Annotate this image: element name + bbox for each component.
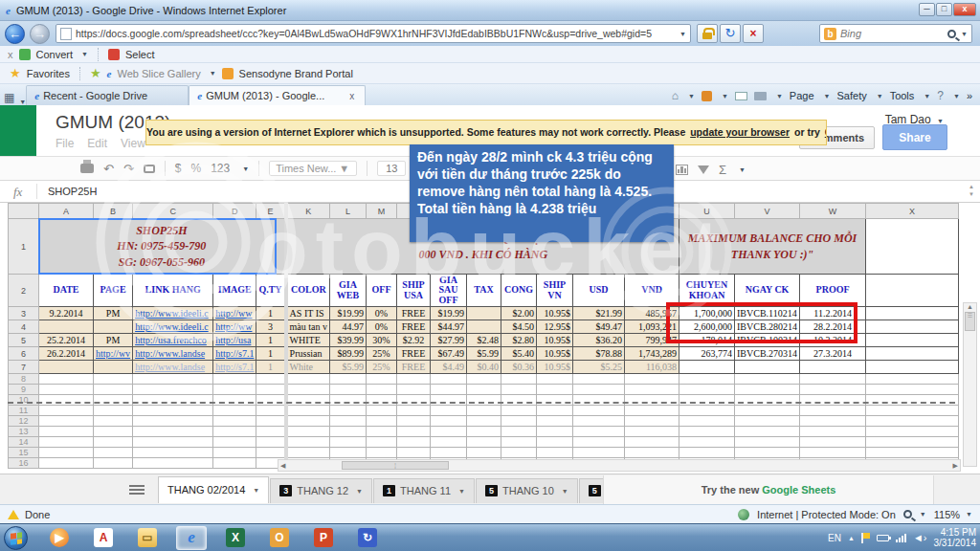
convert-button[interactable]: Convert	[36, 49, 74, 60]
field-header[interactable]: CONG	[501, 275, 537, 307]
taskbar-internet-explorer[interactable]: e	[176, 526, 207, 550]
cell[interactable]	[866, 307, 959, 320]
cell[interactable]	[467, 416, 501, 427]
hidden-icons-icon[interactable]: ▲	[848, 535, 855, 541]
cell[interactable]	[866, 374, 959, 385]
cell[interactable]	[431, 437, 467, 448]
search-dropdown-icon[interactable]: ▼	[961, 31, 968, 37]
search-icon[interactable]	[947, 30, 956, 38]
cell[interactable]	[94, 437, 133, 448]
cell[interactable]: 25%	[367, 361, 397, 374]
cell[interactable]	[467, 320, 501, 334]
taskbar-file-explorer[interactable]: ▭	[132, 526, 163, 550]
field-header[interactable]: COLOR	[286, 275, 330, 307]
cell[interactable]	[501, 406, 537, 416]
cell[interactable]	[94, 361, 133, 374]
cell[interactable]	[286, 437, 330, 448]
cell[interactable]	[94, 416, 133, 427]
taskbar-pdf-reader[interactable]: A	[88, 526, 119, 550]
cell[interactable]	[133, 427, 213, 437]
cell[interactable]	[39, 437, 94, 448]
paint-format-icon[interactable]	[144, 165, 155, 173]
cell[interactable]	[397, 406, 431, 416]
print-icon[interactable]	[754, 92, 767, 100]
cell[interactable]	[213, 374, 256, 385]
cell[interactable]	[625, 385, 679, 395]
cell[interactable]: $2.48	[467, 334, 501, 347]
cell[interactable]	[286, 448, 330, 458]
update-browser-link[interactable]: update your browser	[690, 126, 790, 138]
cell[interactable]	[679, 385, 735, 395]
cell[interactable]	[256, 385, 286, 395]
cell[interactable]	[501, 427, 537, 437]
cell[interactable]: $19.99	[431, 307, 467, 320]
cell[interactable]	[256, 437, 286, 448]
cell[interactable]: PM	[94, 334, 133, 347]
cell[interactable]	[866, 448, 959, 458]
cell[interactable]	[573, 385, 625, 395]
cell[interactable]: http://usa.frenchco	[133, 334, 213, 347]
cell[interactable]: 44.97	[330, 320, 367, 334]
sheet-tab-thang-02-2014[interactable]: THANG 02/2014▼	[158, 476, 269, 503]
cell[interactable]	[256, 406, 286, 416]
cell[interactable]: $4.50	[501, 320, 537, 334]
cell[interactable]	[397, 385, 431, 395]
column-header-D[interactable]: D	[213, 204, 256, 219]
cell[interactable]: $5.99	[467, 347, 501, 361]
sheet-tab-thang-12[interactable]: 3THANG 12▼	[270, 478, 372, 503]
field-header[interactable]: TAX	[467, 275, 501, 307]
cell[interactable]: IBVCB.280214	[735, 320, 800, 334]
column-header-K[interactable]: K	[286, 204, 330, 219]
cell[interactable]: 26.2.2014	[39, 347, 94, 361]
cell[interactable]	[866, 275, 959, 307]
cell[interactable]	[625, 437, 679, 448]
cell[interactable]	[573, 416, 625, 427]
cell[interactable]	[330, 416, 367, 427]
cell[interactable]: 2,600,000	[679, 320, 735, 334]
cell[interactable]	[573, 406, 625, 416]
vertical-scrollbar[interactable]: ▲☰	[963, 302, 977, 467]
cell[interactable]: 25.2.2014	[39, 334, 94, 347]
row-number[interactable]: 3	[9, 307, 39, 320]
cell[interactable]	[94, 458, 133, 469]
cell[interactable]: AS IT IS	[286, 307, 330, 320]
column-header-B[interactable]: B	[94, 204, 133, 219]
cell[interactable]	[39, 374, 94, 385]
field-header[interactable]: SHIP VN	[537, 275, 573, 307]
font-size-select[interactable]: 13	[377, 161, 406, 176]
row-number[interactable]: 16	[9, 458, 39, 469]
cell[interactable]	[213, 416, 256, 427]
cell[interactable]: http://www.ideeli.c	[133, 307, 213, 320]
cell[interactable]: màu tan v	[286, 320, 330, 334]
cell[interactable]	[866, 334, 959, 347]
cell[interactable]: 25%	[367, 347, 397, 361]
cell[interactable]	[330, 437, 367, 448]
cell[interactable]	[866, 427, 959, 437]
cell[interactable]	[467, 406, 501, 416]
cell[interactable]	[679, 448, 735, 458]
print-tool-icon[interactable]	[80, 164, 94, 173]
cell[interactable]	[866, 416, 959, 427]
cell-shop-info[interactable]: SHOP25HHN: 0975-459-790SG: 0967-055-960	[39, 219, 286, 275]
cell[interactable]	[800, 385, 866, 395]
cell[interactable]	[537, 406, 573, 416]
row-number[interactable]: 1	[9, 219, 39, 275]
menu-file[interactable]: File	[56, 137, 74, 150]
cell[interactable]	[286, 406, 330, 416]
favorites-button[interactable]: Favorites	[27, 68, 70, 79]
action-center-flag-icon[interactable]	[861, 533, 870, 543]
page-menu[interactable]: Page	[790, 90, 814, 101]
browser-tab-gmum[interactable]: e GMUM (2013) - Google... x	[189, 85, 366, 105]
field-header[interactable]: USD	[573, 275, 625, 307]
cell[interactable]	[800, 406, 866, 416]
field-header[interactable]: GIA WEB	[330, 275, 367, 307]
quick-tabs-icon[interactable]: ▦	[4, 91, 14, 104]
cell[interactable]: FREE	[397, 307, 431, 320]
overflow-icon[interactable]: »	[967, 90, 972, 101]
cell[interactable]	[397, 437, 431, 448]
cell[interactable]	[286, 416, 330, 427]
filter-icon[interactable]	[698, 165, 709, 174]
row-number[interactable]: 15	[9, 448, 39, 458]
cell[interactable]	[133, 437, 213, 448]
tools-menu[interactable]: Tools	[890, 90, 915, 101]
